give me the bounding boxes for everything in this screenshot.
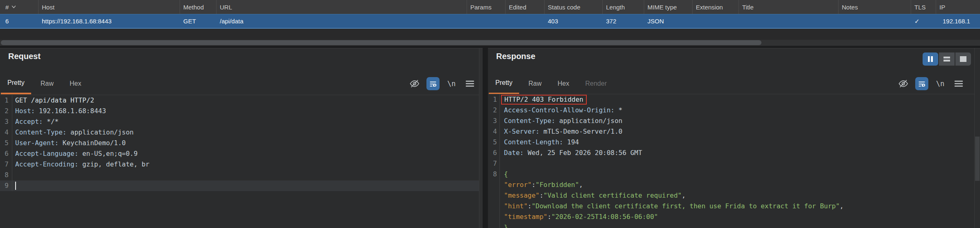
request-tabbar: Pretty Raw Hex [0, 73, 479, 94]
code-line: 5 Content-Length:194 [488, 137, 974, 148]
column-header-status-code[interactable]: Status code [545, 0, 603, 14]
request-editor-toolbar: \n [408, 73, 476, 94]
column-header-length[interactable]: Length [603, 0, 644, 14]
column-header-number-label: # [5, 4, 9, 11]
request-tab-raw[interactable]: Raw [34, 73, 60, 94]
response-panel: Response Pretty Raw Hex Render [488, 48, 980, 228]
code-line-wrapped: "timestamp":"2026-02-25T14:08:56-06:00" [488, 212, 974, 222]
cell-notes [839, 14, 911, 28]
cell-tls-checkmark: ✓ [911, 14, 936, 28]
response-panel-title: Response [496, 52, 536, 61]
code-line: 6 Date:Wed, 25 Feb 2026 20:08:56 GMT [488, 148, 974, 158]
code-line: 4 Content-Type:application/json [0, 127, 479, 138]
status-line-highlight-box: HTTP/2 403 Forbidden [501, 95, 587, 105]
column-header-url[interactable]: URL [217, 0, 467, 14]
code-line: 1 HTTP/2 403 Forbidden [488, 94, 974, 105]
cell-host: https://192.168.1.68:8443 [39, 14, 180, 28]
cell-method: GET [180, 14, 217, 28]
layout-columns-button[interactable] [923, 52, 938, 66]
cell-url: /api/data [217, 14, 467, 28]
cell-request-number: 6 [0, 14, 39, 28]
response-vertical-scrollbar[interactable] [974, 48, 980, 228]
code-line: 6 Accept-Language:en-US,en;q=0.9 [0, 148, 479, 159]
column-header-number[interactable]: # [0, 0, 39, 14]
column-header-params[interactable]: Params [467, 0, 506, 14]
code-line-wrapped: "message":"Valid client certificate requ… [488, 190, 974, 201]
cell-length: 372 [603, 14, 644, 28]
column-header-tls[interactable]: TLS [911, 0, 936, 14]
response-tabbar: Pretty Raw Hex Render [488, 73, 974, 94]
cell-title [739, 14, 839, 28]
column-header-mime-type[interactable]: MIME type [644, 0, 693, 14]
code-line: 1 GET /api/data HTTP/2 [0, 95, 479, 106]
code-line: 4 X-Server:mTLS-Demo-Server/1.0 [488, 126, 974, 137]
code-line: 3 Accept:*/* [0, 116, 479, 127]
column-header-method[interactable]: Method [180, 0, 217, 14]
code-line-wrapped: } [488, 222, 974, 228]
hide-nonprintable-eye-slash-icon[interactable] [408, 77, 421, 90]
editor-menu-icon[interactable] [952, 77, 965, 90]
word-wrap-toggle-icon[interactable] [426, 77, 440, 90]
editor-menu-icon[interactable] [463, 77, 476, 90]
cell-ip: 192.168.1 [936, 14, 980, 28]
request-editor[interactable]: 1 GET /api/data HTTP/2 2 Host:192.168.1.… [0, 95, 479, 228]
word-wrap-toggle-icon[interactable] [915, 77, 928, 90]
code-line: 3 Content-Type:application/json [488, 116, 974, 126]
code-line: 7 Accept-Encoding:gzip, deflate, br [0, 159, 479, 170]
column-header-title[interactable]: Title [739, 0, 839, 14]
history-row-selected[interactable]: 6 https://192.168.1.68:8443 GET /api/dat… [0, 14, 980, 29]
cell-status-code: 403 [545, 14, 603, 28]
code-line: 2 Host:192.168.1.68:8443 [0, 106, 479, 116]
request-vertical-scrollbar-gutter[interactable] [479, 48, 483, 228]
code-line: 5 User-Agent:KeychainDemo/1.0 [0, 138, 479, 148]
hide-nonprintable-eye-slash-icon[interactable] [897, 77, 910, 90]
http-history-table: # Host Method URL Params Edited Status c… [0, 0, 980, 46]
editor-layout-buttons [923, 52, 971, 66]
cell-params [467, 14, 506, 28]
text-cursor [15, 182, 16, 190]
code-line-wrapped: "hint":"Download the client certificate … [488, 201, 974, 212]
request-panel-title: Request [8, 52, 41, 61]
response-editor-toolbar: \n [897, 73, 965, 94]
code-line: 8 [0, 170, 479, 180]
column-header-notes[interactable]: Notes [839, 0, 911, 14]
response-editor[interactable]: 1 HTTP/2 403 Forbidden 2 Access-Control-… [488, 94, 974, 228]
cell-edited [506, 14, 545, 28]
layout-single-button[interactable] [955, 52, 971, 66]
response-tab-raw[interactable]: Raw [522, 73, 548, 94]
code-line-wrapped: "error":"Forbidden", [488, 180, 974, 190]
layout-rows-button[interactable] [939, 52, 955, 66]
sort-chevron-down-icon [11, 5, 16, 9]
burp-proxy-screen: # Host Method URL Params Edited Status c… [0, 0, 980, 228]
code-line: 2 Access-Control-Allow-Origin:* [488, 105, 974, 116]
code-line: 8 { [488, 169, 974, 180]
code-line-current: 9 [0, 180, 479, 191]
cell-extension [693, 14, 739, 28]
show-newlines-icon[interactable]: \n [445, 77, 458, 90]
request-panel: Request Pretty Raw Hex [0, 48, 483, 228]
cell-mime-type: JSON [644, 14, 693, 28]
column-header-host[interactable]: Host [39, 0, 180, 14]
column-header-extension[interactable]: Extension [693, 0, 739, 14]
history-table-header: # Host Method URL Params Edited Status c… [0, 0, 980, 14]
column-header-edited[interactable]: Edited [506, 0, 545, 14]
request-line: GET /api/data HTTP/2 [15, 96, 94, 104]
request-tab-hex[interactable]: Hex [63, 73, 88, 94]
history-horizontal-scrollbar-thumb[interactable] [1, 40, 761, 45]
response-vertical-scrollbar-thumb[interactable] [975, 137, 980, 181]
show-newlines-icon[interactable]: \n [934, 77, 947, 90]
code-line: 7 [488, 158, 974, 169]
history-table-empty-area [0, 29, 980, 39]
history-horizontal-scrollbar[interactable] [0, 40, 980, 46]
response-tab-render[interactable]: Render [579, 73, 613, 94]
request-tab-pretty[interactable]: Pretty [1, 73, 31, 94]
response-tab-pretty[interactable]: Pretty [489, 73, 519, 94]
column-header-ip[interactable]: IP [936, 0, 980, 14]
response-tab-hex[interactable]: Hex [551, 73, 576, 94]
